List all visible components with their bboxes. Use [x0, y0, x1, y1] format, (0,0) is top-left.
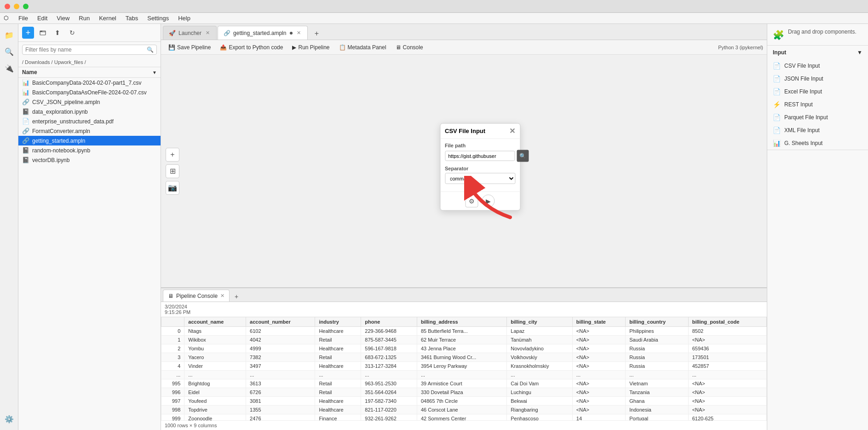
table-cell: 3497 — [246, 362, 315, 371]
table-cell: Wikibox — [184, 336, 246, 344]
csv-dialog-close-button[interactable]: ✕ — [509, 127, 515, 134]
table-cell: 2 — [161, 344, 184, 353]
panel-item-icon: 📄 — [773, 114, 781, 121]
table-cell: Brightdog — [184, 379, 246, 388]
panel-item[interactable]: 📄Excel File Input — [767, 85, 868, 98]
file-item[interactable]: 📓random-notebook.ipynb — [18, 145, 161, 155]
panel-item[interactable]: 📄JSON File Input — [767, 72, 868, 85]
new-folder-button[interactable] — [37, 27, 49, 39]
tab-add-button[interactable]: + — [310, 28, 322, 40]
metadata-icon: 📋 — [339, 44, 346, 51]
activity-settings[interactable]: ⚙️ — [2, 412, 17, 426]
settings-button[interactable]: ⚙ — [466, 194, 478, 207]
save-pipeline-button[interactable]: 💾 Save Pipeline — [165, 43, 214, 52]
activity-extensions[interactable]: 🔌 — [2, 61, 17, 76]
table-cell: <NA> — [688, 397, 766, 406]
panel-item[interactable]: 📊G. Sheets Input — [767, 137, 868, 150]
table-row: 999Zoonoodle2476Finance932-261-926242 So… — [161, 414, 767, 421]
export-python-button[interactable]: 📤 Export to Python code — [216, 43, 287, 52]
screenshot-button[interactable]: 📷 — [166, 181, 179, 195]
table-cell: <NA> — [572, 362, 626, 371]
file-path-input[interactable] — [445, 151, 515, 161]
table-header-cell: billing_country — [626, 317, 688, 327]
activity-files[interactable]: 📁 — [2, 28, 17, 42]
table-cell: <NA> — [572, 344, 626, 353]
file-item[interactable]: 📊BasicCompanyDataAsOneFile-2024-02-07.cs… — [18, 87, 161, 97]
search-icon: 🔍 — [519, 152, 526, 159]
close-button[interactable] — [5, 4, 10, 9]
table-cell: <NA> — [572, 379, 626, 388]
menu-settings[interactable]: Settings — [144, 14, 172, 23]
table-cell: Lapaz — [507, 327, 572, 336]
tab-getting-started[interactable]: 🔗 getting_started.ampln ✕ — [218, 26, 308, 40]
panel-item[interactable]: 📄CSV File Input — [767, 59, 868, 72]
tab-launcher[interactable]: 🚀 Launcher ✕ — [163, 26, 217, 40]
panel-item[interactable]: 📄Parquet File Input — [767, 111, 868, 124]
table-cell: Penhascoso — [507, 414, 572, 421]
table-cell: Russia — [626, 362, 688, 371]
table-cell: 8502 — [688, 327, 766, 336]
refresh-button[interactable]: ↻ — [66, 27, 78, 39]
table-cell: Philippines — [626, 327, 688, 336]
separator-select[interactable]: comma (,)semicolon (;)tab (\t)pipe (|)sp… — [445, 173, 515, 184]
menu-tabs[interactable]: Tabs — [122, 14, 142, 23]
activity-search[interactable]: 🔍 — [2, 44, 17, 59]
table-cell: <NA> — [688, 406, 766, 414]
file-item[interactable]: 📓data_exploration.ipynb — [18, 107, 161, 116]
metadata-panel-button[interactable]: 📋 Metadata Panel — [335, 43, 390, 52]
data-table-wrapper[interactable]: account_nameaccount_numberindustryphoneb… — [161, 317, 767, 420]
drag-drop-header: 🧩 Drag and drop components. — [767, 24, 868, 46]
csv-dialog-title: CSV File Input — [445, 128, 485, 134]
table-cell: 43 Jenna Place — [417, 344, 506, 353]
menu-edit[interactable]: Edit — [34, 14, 51, 23]
table-cell: Ghana — [626, 397, 688, 406]
new-launcher-button[interactable]: + — [22, 27, 34, 39]
panel-item[interactable]: ⚡REST Input — [767, 98, 868, 111]
csv-dialog: CSV File Input ✕ File path 🔍 Separator — [440, 123, 520, 210]
tab-getting-started-close[interactable]: ✕ — [295, 30, 302, 36]
console-tab-close[interactable]: ✕ — [220, 293, 224, 299]
minimize-button[interactable] — [14, 4, 19, 9]
file-path-search-button[interactable]: 🔍 — [517, 150, 529, 162]
table-cell: Vinder — [184, 362, 246, 371]
table-cell: 996 — [161, 388, 184, 397]
table-row: .............................. — [161, 371, 767, 379]
input-section: Input ▼ 📄CSV File Input📄JSON File Input📄… — [767, 46, 868, 150]
menu-run[interactable]: Run — [75, 14, 93, 23]
table-cell: 963-951-2530 — [361, 379, 417, 388]
file-name: FormatConverter.ampln — [32, 128, 90, 134]
file-item[interactable]: 🔗CSV_JSON_pipeline.ampln — [18, 97, 161, 107]
table-cell: Zoonoodle — [184, 414, 246, 421]
table-cell: 6726 — [246, 388, 315, 397]
fit-view-button[interactable]: ⊞ — [166, 164, 179, 178]
console-tab-pipeline[interactable]: 🖥 Pipeline Console ✕ — [163, 290, 230, 302]
table-row: 997Youfeed3081Healthcare197-582-73400486… — [161, 397, 767, 406]
canvas-area[interactable]: + ⊞ 📷 CSV File Input ✕ File path — [161, 55, 767, 287]
menu-file[interactable]: File — [15, 14, 32, 23]
file-item[interactable]: 🔗FormatConverter.ampln — [18, 126, 161, 136]
menu-kernel[interactable]: Kernel — [95, 14, 120, 23]
run-pipeline-button[interactable]: ▶ Run Pipeline — [288, 43, 333, 52]
menu-view[interactable]: View — [53, 14, 73, 23]
file-item[interactable]: 📊BasicCompanyData-2024-02-07-part1_7.csv — [18, 78, 161, 87]
run-button[interactable]: ▶ — [482, 194, 495, 207]
table-cell: 4999 — [246, 344, 315, 353]
tab-modified-dot — [290, 32, 293, 35]
input-section-header[interactable]: Input ▼ — [767, 46, 868, 59]
console-button[interactable]: 🖥 Console — [392, 43, 427, 52]
table-header-cell: billing_address — [417, 317, 506, 327]
zoom-in-button[interactable]: + — [166, 148, 179, 162]
table-cell: 6120-625 — [688, 414, 766, 421]
menu-help[interactable]: Help — [174, 14, 194, 23]
console-add-tab[interactable]: + — [231, 291, 241, 302]
file-item[interactable]: 📄enterprise_unstructured_data.pdf — [18, 116, 161, 126]
console-tab-bar: 🖥 Pipeline Console ✕ + — [161, 288, 767, 302]
panel-item[interactable]: 📄XML File Input — [767, 124, 868, 137]
file-item[interactable]: 🔗getting_started.ampln — [18, 136, 161, 145]
tab-launcher-close[interactable]: ✕ — [204, 30, 211, 36]
fullscreen-button[interactable] — [23, 4, 29, 9]
export-icon: 📤 — [220, 44, 227, 51]
search-input[interactable] — [25, 46, 145, 53]
file-item[interactable]: 📓vectorDB.ipynb — [18, 155, 161, 165]
upload-button[interactable]: ⬆ — [52, 27, 63, 39]
